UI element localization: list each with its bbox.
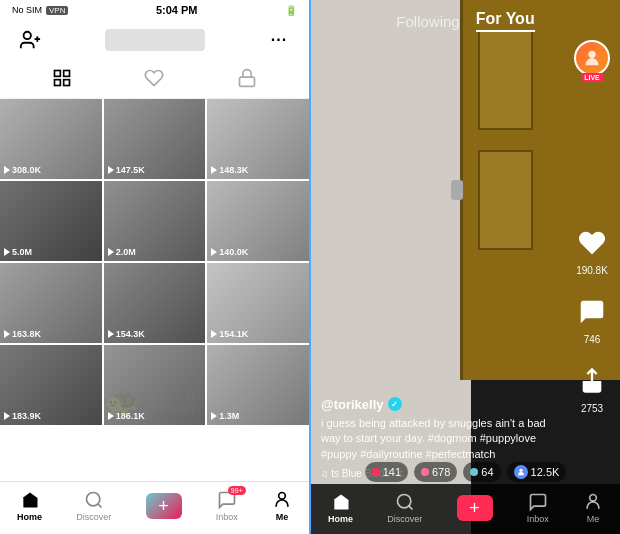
video-thumb-1-1[interactable]: 308.0K (0, 99, 102, 179)
video-thumb-4-1[interactable]: 183.9K (0, 345, 102, 425)
left-nav-me-label: Me (276, 512, 289, 522)
live-counter-followers: 12.5K (507, 462, 567, 482)
right-panel: Following For You LIVE 190.8K (311, 0, 620, 534)
private-tab[interactable] (233, 64, 261, 92)
svg-point-10 (279, 493, 286, 500)
svg-rect-7 (239, 77, 254, 86)
battery-icon: 🔋 (285, 5, 297, 16)
live-badge[interactable]: LIVE (574, 40, 610, 76)
grid-row-2: 5.0M 2.0M 140.0K (0, 181, 309, 261)
like-count: 190.8K (576, 265, 608, 276)
share-count: 2753 (581, 403, 603, 414)
left-nav-add[interactable]: + (146, 493, 182, 519)
right-nav-discover[interactable]: Discover (387, 492, 422, 524)
left-nav-discover-label: Discover (76, 512, 111, 522)
video-thumb-4-2[interactable]: 186.1K (104, 345, 206, 425)
svg-point-11 (588, 51, 595, 58)
verified-icon: ✓ (388, 397, 402, 411)
right-nav-home[interactable]: Home (328, 492, 353, 524)
liked-tab[interactable] (140, 64, 168, 92)
video-thumb-3-3[interactable]: 154.1K (207, 263, 309, 343)
right-nav-inbox-label: Inbox (527, 514, 549, 524)
carrier-text: No SIM (12, 5, 42, 15)
left-nav-inbox-label: Inbox (216, 512, 238, 522)
view-count-3-2: 154.3K (108, 329, 145, 339)
video-thumb-2-2[interactable]: 2.0M (104, 181, 206, 261)
video-thumb-3-1[interactable]: 163.8K (0, 263, 102, 343)
for-you-tab[interactable]: For You (476, 10, 535, 32)
video-thumb-4-3[interactable]: 1.3M (207, 345, 309, 425)
left-nav-discover[interactable]: Discover (76, 490, 111, 522)
left-nav-me[interactable]: Me (272, 490, 292, 522)
status-bar: No SIM VPN 5:04 PM 🔋 (0, 0, 309, 20)
add-video-button[interactable]: + (146, 493, 182, 519)
share-icon (572, 361, 612, 401)
play-icon (211, 330, 217, 338)
like-action[interactable]: 190.8K (572, 223, 612, 276)
view-count-3-1: 163.8K (4, 329, 41, 339)
door-panel-bottom (478, 150, 533, 250)
left-nav-inbox[interactable]: Inbox 99+ (216, 490, 238, 522)
play-icon (211, 412, 217, 420)
follower-dot (514, 465, 528, 479)
right-add-button[interactable]: + (457, 495, 493, 521)
view-count-1-3: 148.3K (211, 165, 248, 175)
creator-username[interactable]: @torikelly ✓ (321, 397, 565, 412)
svg-rect-5 (55, 80, 61, 86)
svg-point-13 (519, 469, 522, 472)
profile-tabs (0, 58, 309, 99)
svg-line-15 (409, 506, 413, 510)
right-nav-me[interactable]: Me (583, 492, 603, 524)
following-tab[interactable]: Following (396, 13, 459, 30)
svg-point-16 (590, 495, 597, 502)
right-nav-inbox[interactable]: Inbox (527, 492, 549, 524)
video-thumb-2-3[interactable]: 140.0K (207, 181, 309, 261)
comment-icon (572, 292, 612, 332)
share-action[interactable]: 2753 (572, 361, 612, 414)
play-icon (211, 248, 217, 256)
play-icon (211, 166, 217, 174)
heart-dot (372, 468, 380, 476)
play-icon (108, 248, 114, 256)
grid-row-3: 163.8K 154.3K 154.1K (0, 263, 309, 343)
heart-live-count: 141 (383, 466, 401, 478)
svg-rect-6 (64, 80, 70, 86)
video-thumb-1-3[interactable]: 148.3K (207, 99, 309, 179)
right-nav-add[interactable]: + (457, 495, 493, 521)
view-count-4-1: 183.9K (4, 411, 41, 421)
comment-action[interactable]: 746 (572, 292, 612, 345)
left-panel: No SIM VPN 5:04 PM 🔋 ··· (0, 0, 309, 534)
right-nav-discover-label: Discover (387, 514, 422, 524)
video-grid: 308.0K 147.5K 148.3K 5.0M (0, 99, 309, 481)
ellipsis-icon: ··· (271, 31, 287, 49)
play-icon (108, 412, 114, 420)
live-counter-viewers: 678 (414, 462, 457, 482)
view-count-4-3: 1.3M (211, 411, 239, 421)
right-bottom-nav: Home Discover + Inbox Me (311, 484, 620, 534)
time-display: 5:04 PM (156, 4, 198, 16)
video-thumb-2-1[interactable]: 5.0M (0, 181, 102, 261)
comment-count: 746 (584, 334, 601, 345)
video-thumb-1-2[interactable]: 147.5K (104, 99, 206, 179)
comment-dot (470, 468, 478, 476)
svg-point-14 (397, 495, 410, 508)
grid-row-1: 308.0K 147.5K 148.3K (0, 99, 309, 179)
more-options-button[interactable]: ··· (265, 26, 293, 54)
play-icon (108, 166, 114, 174)
view-count-3-3: 154.1K (211, 329, 248, 339)
svg-point-8 (86, 493, 99, 506)
svg-point-0 (24, 32, 31, 39)
play-icon (4, 166, 10, 174)
play-icon (4, 412, 10, 420)
viewer-live-count: 678 (432, 466, 450, 478)
live-counter-bar: 141 678 64 12.5K (311, 462, 620, 482)
videos-tab[interactable] (48, 64, 76, 92)
left-nav-home[interactable]: Home (17, 490, 42, 522)
right-actions: 190.8K 746 2753 (572, 223, 612, 414)
vpn-badge: VPN (46, 6, 68, 15)
play-icon (108, 330, 114, 338)
view-count-2-1: 5.0M (4, 247, 32, 257)
add-friend-button[interactable] (16, 26, 44, 54)
live-counter-comments: 64 (463, 462, 500, 482)
video-thumb-3-2[interactable]: 154.3K (104, 263, 206, 343)
